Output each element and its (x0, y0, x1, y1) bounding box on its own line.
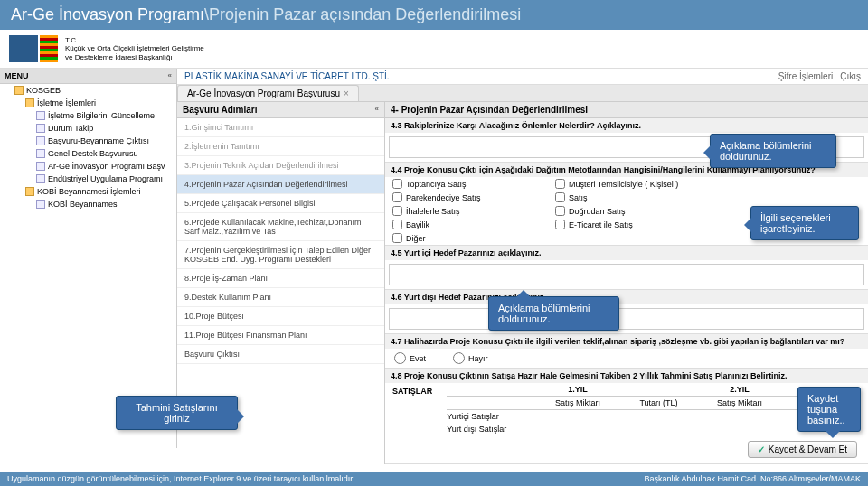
checkbox-option[interactable]: Satış (555, 192, 700, 202)
step-item[interactable]: 8.Proje İş-Zaman Planı (177, 269, 384, 288)
step-item[interactable]: Başvuru Çıktısı (177, 345, 384, 364)
section-4-3: 4.3 Rakiplerinize Karşı Alacağınız Önlem… (385, 118, 868, 133)
step-item[interactable]: 3.Projenin Teknik Açıdan Değerlendirilme… (177, 156, 384, 175)
sales-label: SATIŞLAR (385, 383, 439, 435)
step-item[interactable]: 2.İşletmenin Tanıtımı (177, 137, 384, 156)
step-item[interactable]: 9.Destek Kullanım Planı (177, 288, 384, 307)
step-item[interactable]: 5.Projede Çalışacak Personel Bilgisi (177, 194, 384, 213)
close-icon[interactable]: × (344, 89, 349, 98)
tree-item[interactable]: Endüstriyel Uygulama Programı (0, 173, 176, 185)
section-4-8: 4.8 Proje Konusu Çıktının Satışa Hazır H… (385, 369, 868, 383)
file-icon (36, 136, 45, 145)
checkbox-option[interactable]: Toptancıya Satış (392, 179, 537, 189)
left-menu: MENU « KOSGEBİşletme İşlemleriİşletme Bi… (0, 69, 177, 448)
title-main: Ar-Ge İnovasyon Programı (11, 5, 204, 23)
checkbox-option[interactable]: Parekendeciye Satış (392, 192, 537, 202)
collapse-icon[interactable]: « (375, 105, 379, 115)
tree-folder[interactable]: KOSGEB (0, 84, 176, 97)
checkbox-option[interactable]: Müşteri Temsilcisiyle ( Kişisel ) (555, 179, 700, 189)
step-item[interactable]: 10.Proje Bütçesi (177, 307, 384, 326)
step-item[interactable]: 11.Proje Bütçesi Finansman Planı (177, 326, 384, 345)
callout-check-options: İlgili seçenekleri işaretleyiniz. (750, 206, 859, 240)
file-icon (36, 149, 45, 158)
file-icon (36, 124, 45, 133)
section-4-6: 4.6 Yurt dışı Hedef Pazarınızı açıklayın… (385, 290, 868, 304)
section-4-5: 4.5 Yurt içi Hedef Pazarınızı açıklayını… (385, 246, 868, 260)
tab-application[interactable]: Ar-Ge İnovasyon Programı Başvurusu × (177, 85, 359, 101)
tree-folder[interactable]: KOBİ Beyannamesi İşlemleri (0, 185, 176, 198)
checkbox-option[interactable]: Bayilik (392, 220, 537, 229)
callout-fill-desc-2: Açıklama bölümlerini doldurunuz. (488, 296, 619, 331)
company-bar: PLASTİK MAKİNA SANAYİ VE TİCARET LTD. ŞT… (177, 69, 868, 85)
org-header: T.C. Küçük ve Orta Ölçekli İşletmeleri G… (0, 30, 868, 69)
tree-folder[interactable]: İşletme İşlemleri (0, 97, 176, 109)
radio-yes[interactable]: Evet (394, 352, 426, 364)
section-4-7: 4.7 Halihazırda Proje Konusu Çıktı ile i… (385, 334, 868, 349)
footer-bar: Uygulamanın düzgün görüntülenebilmesi iç… (0, 472, 868, 486)
folder-icon (25, 187, 34, 196)
checkbox-option[interactable]: Doğrudan Satış (555, 206, 700, 216)
checkbox-option[interactable]: İhalelerle Satış (392, 206, 537, 216)
logo-image (9, 35, 58, 62)
textarea-4-5[interactable] (389, 264, 864, 285)
form-title: 4- Projenin Pazar Açısından Değerlendiri… (385, 102, 868, 118)
tree-item[interactable]: İşletme Bilgilerini Güncelleme (0, 109, 176, 122)
folder-icon (25, 98, 34, 107)
logo-text: T.C. Küçük ve Orta Ölçekli İşletmeleri G… (65, 36, 204, 62)
tab-bar: Ar-Ge İnovasyon Programı Başvurusu × (177, 85, 868, 102)
file-icon (36, 111, 45, 120)
callout-press-save: Kaydet tuşuna basınız.. (797, 387, 861, 432)
password-link[interactable]: Şifre İşlemleri (778, 71, 834, 81)
company-name: PLASTİK MAKİNA SANAYİ VE TİCARET LTD. ŞT… (184, 71, 390, 81)
radio-no[interactable]: Hayır (453, 352, 488, 364)
tree-item[interactable]: KOBİ Beyannamesi (0, 198, 176, 210)
menu-header: MENU « (0, 69, 176, 84)
step-item[interactable]: 7.Projenin Gerçekleştirilmesi İçin Talep… (177, 241, 384, 269)
logout-link[interactable]: Çıkış (840, 71, 861, 81)
step-item[interactable]: 6.Projede Kullanılacak Makine,Techizat,D… (177, 213, 384, 241)
page-title-bar: Ar-Ge İnovasyon Programı\Projenin Pazar … (0, 0, 868, 30)
save-continue-button[interactable]: Kaydet & Devam Et (748, 441, 857, 458)
file-icon (36, 162, 45, 171)
tree-item[interactable]: Ar-Ge İnovasyon Programı Başv (0, 160, 176, 173)
tree-item[interactable]: Genel Destek Başvurusu (0, 147, 176, 160)
step-item[interactable]: 4.Projenin Pazar Açısından Değerlendiril… (177, 175, 384, 194)
folder-icon (14, 86, 24, 95)
checkbox-option[interactable]: E-Ticaret ile Satış (555, 220, 700, 229)
textarea-4-6[interactable] (389, 308, 864, 330)
file-icon (36, 174, 45, 183)
step-item[interactable]: 1.Girişimci Tanıtımı (177, 118, 384, 137)
checkbox-option[interactable]: Diğer (392, 233, 537, 243)
callout-fill-desc: Açıklama bölümlerini doldurunuz. (710, 134, 836, 168)
tree-item[interactable]: Durum Takip (0, 122, 176, 135)
collapse-icon[interactable]: « (168, 71, 172, 80)
callout-enter-sales: Tahmini Satışlarını giriniz (116, 396, 238, 430)
file-icon (36, 200, 45, 209)
tree-item[interactable]: Başvuru-Beyanname Çıktısı (0, 135, 176, 147)
kosgeb-logo: T.C. Küçük ve Orta Ölçekli İşletmeleri G… (9, 35, 204, 62)
title-sub: Projenin Pazar açısından Değerlendirilme… (209, 5, 521, 23)
